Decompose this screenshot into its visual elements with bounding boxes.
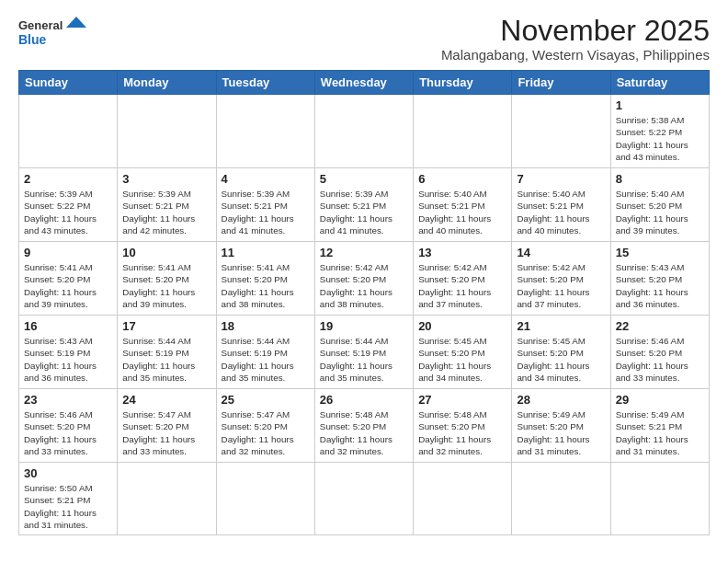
calendar-day-cell: 22Sunrise: 5:46 AMSunset: 5:20 PMDayligh…: [610, 316, 709, 389]
day-number: 29: [616, 393, 704, 407]
day-number: 19: [320, 319, 408, 333]
calendar-day-cell: 26Sunrise: 5:48 AMSunset: 5:20 PMDayligh…: [314, 389, 413, 463]
calendar-week-row: 9Sunrise: 5:41 AMSunset: 5:20 PMDaylight…: [19, 242, 710, 316]
calendar-day-cell: 23Sunrise: 5:46 AMSunset: 5:20 PMDayligh…: [19, 389, 118, 463]
calendar-day-cell: [512, 463, 610, 535]
day-info: Sunrise: 5:47 AMSunset: 5:20 PMDaylight:…: [222, 408, 310, 457]
calendar-day-cell: 30Sunrise: 5:50 AMSunset: 5:21 PMDayligh…: [19, 463, 118, 535]
weekday-header-wednesday: Wednesday: [314, 71, 413, 95]
day-number: 24: [122, 393, 210, 407]
calendar-week-row: 1Sunrise: 5:38 AMSunset: 5:22 PMDaylight…: [19, 95, 710, 168]
weekday-header-thursday: Thursday: [414, 71, 512, 95]
day-number: 28: [517, 393, 605, 407]
weekday-header-friday: Friday: [512, 71, 610, 95]
day-info: Sunrise: 5:41 AMSunset: 5:20 PMDaylight:…: [24, 261, 112, 310]
calendar-day-cell: 12Sunrise: 5:42 AMSunset: 5:20 PMDayligh…: [314, 242, 413, 316]
calendar-day-cell: [512, 95, 610, 168]
day-number: 1: [616, 98, 704, 112]
month-year-title: November 2025: [441, 15, 710, 47]
calendar-day-cell: [610, 463, 709, 535]
day-info: Sunrise: 5:45 AMSunset: 5:20 PMDaylight:…: [517, 335, 605, 384]
day-info: Sunrise: 5:43 AMSunset: 5:20 PMDaylight:…: [616, 261, 704, 310]
calendar-day-cell: 27Sunrise: 5:48 AMSunset: 5:20 PMDayligh…: [414, 389, 512, 463]
day-number: 30: [24, 466, 112, 480]
calendar-day-cell: [216, 463, 314, 535]
calendar-day-cell: [216, 95, 314, 168]
day-number: 27: [418, 393, 506, 407]
day-info: Sunrise: 5:46 AMSunset: 5:20 PMDaylight:…: [616, 335, 704, 384]
day-number: 14: [517, 246, 605, 259]
calendar-day-cell: 14Sunrise: 5:42 AMSunset: 5:20 PMDayligh…: [512, 242, 610, 316]
day-info: Sunrise: 5:43 AMSunset: 5:19 PMDaylight:…: [24, 335, 112, 384]
weekday-header-saturday: Saturday: [610, 71, 709, 95]
svg-text:General: General: [18, 18, 63, 32]
calendar-day-cell: 11Sunrise: 5:41 AMSunset: 5:20 PMDayligh…: [216, 242, 314, 316]
day-info: Sunrise: 5:38 AMSunset: 5:22 PMDaylight:…: [616, 114, 704, 163]
calendar-day-cell: [118, 95, 216, 168]
day-info: Sunrise: 5:48 AMSunset: 5:20 PMDaylight:…: [320, 408, 408, 457]
day-info: Sunrise: 5:39 AMSunset: 5:21 PMDaylight:…: [122, 188, 210, 236]
day-number: 4: [222, 172, 310, 186]
day-info: Sunrise: 5:48 AMSunset: 5:20 PMDaylight:…: [418, 408, 506, 457]
day-number: 8: [616, 172, 704, 186]
day-info: Sunrise: 5:46 AMSunset: 5:20 PMDaylight:…: [24, 408, 112, 457]
calendar-day-cell: 20Sunrise: 5:45 AMSunset: 5:20 PMDayligh…: [414, 316, 512, 389]
day-number: 9: [24, 246, 112, 259]
day-number: 2: [24, 172, 112, 186]
logo: General Blue: [18, 15, 92, 55]
day-info: Sunrise: 5:39 AMSunset: 5:21 PMDaylight:…: [222, 188, 310, 236]
day-info: Sunrise: 5:42 AMSunset: 5:20 PMDaylight:…: [320, 261, 408, 310]
day-number: 3: [122, 172, 210, 186]
day-info: Sunrise: 5:49 AMSunset: 5:20 PMDaylight:…: [517, 408, 605, 457]
day-info: Sunrise: 5:44 AMSunset: 5:19 PMDaylight:…: [320, 335, 408, 384]
calendar-day-cell: 24Sunrise: 5:47 AMSunset: 5:20 PMDayligh…: [118, 389, 216, 463]
calendar-day-cell: 18Sunrise: 5:44 AMSunset: 5:19 PMDayligh…: [216, 316, 314, 389]
location-subtitle: Malangabang, Western Visayas, Philippine…: [441, 47, 710, 63]
calendar-day-cell: 15Sunrise: 5:43 AMSunset: 5:20 PMDayligh…: [610, 242, 709, 316]
day-number: 13: [418, 246, 506, 259]
day-number: 11: [222, 246, 310, 259]
day-number: 5: [320, 172, 408, 186]
day-info: Sunrise: 5:42 AMSunset: 5:20 PMDaylight:…: [517, 261, 605, 310]
calendar-day-cell: 19Sunrise: 5:44 AMSunset: 5:19 PMDayligh…: [314, 316, 413, 389]
day-number: 20: [418, 319, 506, 333]
day-info: Sunrise: 5:41 AMSunset: 5:20 PMDaylight:…: [222, 261, 310, 310]
day-info: Sunrise: 5:40 AMSunset: 5:21 PMDaylight:…: [418, 188, 506, 236]
day-number: 23: [24, 393, 112, 407]
day-info: Sunrise: 5:39 AMSunset: 5:22 PMDaylight:…: [24, 188, 112, 236]
day-number: 21: [517, 319, 605, 333]
calendar-week-row: 16Sunrise: 5:43 AMSunset: 5:19 PMDayligh…: [19, 316, 710, 389]
day-info: Sunrise: 5:44 AMSunset: 5:19 PMDaylight:…: [222, 335, 310, 384]
header: General Blue November 2025 Malangabang, …: [18, 15, 710, 63]
day-number: 17: [122, 319, 210, 333]
calendar-day-cell: 6Sunrise: 5:40 AMSunset: 5:21 PMDaylight…: [414, 168, 512, 242]
calendar-day-cell: [414, 95, 512, 168]
day-number: 26: [320, 393, 408, 407]
day-number: 22: [616, 319, 704, 333]
calendar-day-cell: 13Sunrise: 5:42 AMSunset: 5:20 PMDayligh…: [414, 242, 512, 316]
day-info: Sunrise: 5:42 AMSunset: 5:20 PMDaylight:…: [418, 261, 506, 310]
day-number: 7: [517, 172, 605, 186]
day-number: 25: [222, 393, 310, 407]
calendar-week-row: 30Sunrise: 5:50 AMSunset: 5:21 PMDayligh…: [19, 463, 710, 535]
calendar-day-cell: [19, 95, 118, 168]
day-info: Sunrise: 5:44 AMSunset: 5:19 PMDaylight:…: [122, 335, 210, 384]
weekday-header-monday: Monday: [118, 71, 216, 95]
calendar-day-cell: 21Sunrise: 5:45 AMSunset: 5:20 PMDayligh…: [512, 316, 610, 389]
title-area: November 2025 Malangabang, Western Visay…: [441, 15, 710, 63]
day-info: Sunrise: 5:47 AMSunset: 5:20 PMDaylight:…: [122, 408, 210, 457]
calendar-day-cell: 25Sunrise: 5:47 AMSunset: 5:20 PMDayligh…: [216, 389, 314, 463]
calendar-day-cell: 9Sunrise: 5:41 AMSunset: 5:20 PMDaylight…: [19, 242, 118, 316]
calendar-week-row: 23Sunrise: 5:46 AMSunset: 5:20 PMDayligh…: [19, 389, 710, 463]
calendar-day-cell: 3Sunrise: 5:39 AMSunset: 5:21 PMDaylight…: [118, 168, 216, 242]
weekday-header-tuesday: Tuesday: [216, 71, 314, 95]
svg-marker-2: [66, 17, 86, 28]
generalblue-logo-svg: General Blue: [18, 15, 92, 55]
calendar-day-cell: 7Sunrise: 5:40 AMSunset: 5:21 PMDaylight…: [512, 168, 610, 242]
day-number: 18: [222, 319, 310, 333]
calendar-week-row: 2Sunrise: 5:39 AMSunset: 5:22 PMDaylight…: [19, 168, 710, 242]
day-number: 6: [418, 172, 506, 186]
day-number: 16: [24, 319, 112, 333]
calendar-day-cell: [314, 463, 413, 535]
calendar-day-cell: 8Sunrise: 5:40 AMSunset: 5:20 PMDaylight…: [610, 168, 709, 242]
